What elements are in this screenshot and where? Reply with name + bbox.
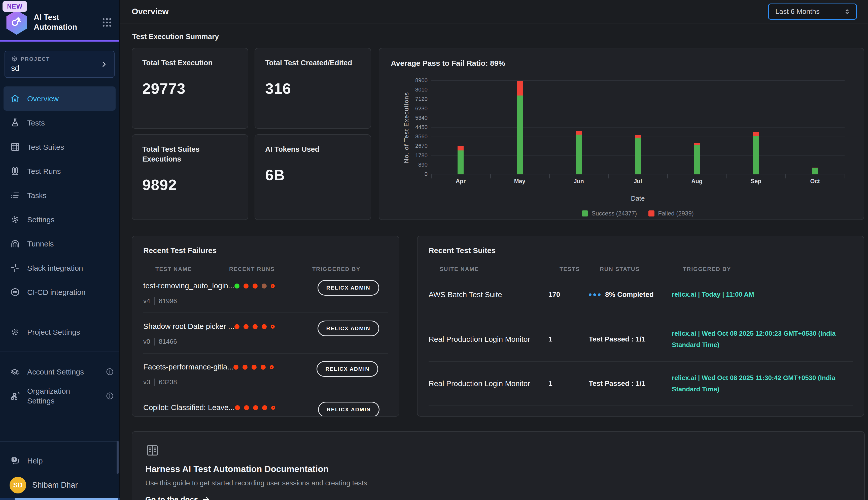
run-dot-current[interactable] [271,284,275,288]
sidebar-item-tests[interactable]: Tests [0,111,119,135]
app-logo [5,10,28,35]
test-name[interactable]: Shadow root Date picker ... [143,322,234,331]
sidebar-item-tunnels[interactable]: Tunnels [0,231,119,256]
x-tick-label: Jul [634,178,642,185]
arrow-right-icon [202,495,210,500]
sidebar-item-label: Test Suites [27,142,64,152]
y-tick-label: 0 [395,171,427,178]
pass-fail-chart-card: Average Pass to Fail Ratio: 89% No. of T… [379,48,864,220]
date-range-select[interactable]: Last 6 Months [768,3,857,20]
stat-card-title: Total Test Execution [142,58,238,68]
run-dot-success[interactable] [234,284,239,288]
run-dot-current[interactable] [271,325,275,329]
bar-segment-success [576,135,582,174]
suite-name[interactable]: AWS Batch Test Suite [429,290,549,299]
sidebar-horizontal-scrollbar-thumb[interactable] [15,498,118,500]
y-tick-label: 5340 [395,115,427,121]
run-dot-failed[interactable] [244,405,249,410]
stat-card-total-test-execution: Total Test Execution29773 [132,48,248,129]
run-dot-failed[interactable] [253,324,258,329]
triggered-by-button[interactable]: RELICX ADMIN [318,280,379,296]
sidebar-item-test-suites[interactable]: Test Suites [0,135,119,159]
chevrons-updown-icon [843,8,851,16]
sidebar-item-label: Account Settings [27,367,84,377]
recent-runs-dots [234,324,318,329]
run-dot-failed[interactable] [234,324,239,329]
meta-divider [154,297,155,305]
columns-icon [10,166,20,176]
test-name[interactable]: test-removing_auto_login... [143,282,234,290]
sidebar-item-settings[interactable]: Settings [0,207,119,231]
sidebar-item-help[interactable]: Help [0,448,119,473]
test-meta: v081466 [143,338,234,345]
sidebar-item-tasks[interactable]: Tasks [0,183,119,207]
sidebar-item-ci-cd-integration[interactable]: CI-CD integration [0,280,119,304]
suite-triggered-by[interactable]: relicx.ai | Wed Oct 08 2025 12:00:23 GMT… [672,328,853,351]
run-dot-failed[interactable] [235,405,240,410]
run-dot-failed[interactable] [244,284,248,288]
y-tick-label: 3560 [395,133,427,140]
main-area: Overview Last 6 Months Test Execution Su… [120,0,868,500]
info-icon[interactable] [106,367,114,376]
triggered-by-button[interactable]: RELICX ADMIN [318,402,380,417]
sidebar-item-overview[interactable]: Overview [3,87,116,111]
user-row[interactable]: SD Shibam Dhar [0,473,119,500]
suite-triggered-by[interactable]: relicx.ai | Wed Oct 08 2025 11:30:42 GMT… [672,372,853,395]
run-dot-failed[interactable] [251,365,257,370]
run-dot-current[interactable] [270,365,274,369]
test-run-id: 81996 [159,297,177,305]
sidebar-item-label: Tests [27,118,45,128]
table-row: Copilot: Classified: Leave...v663129RELI… [143,394,388,417]
suite-name[interactable]: Real Production Login Monitor [429,335,549,343]
triggered-by-button[interactable]: RELICX ADMIN [317,361,378,377]
x-tick-mark [845,174,845,179]
test-name[interactable]: Copilot: Classified: Leave... [143,403,235,412]
sidebar-item-organization-settings[interactable]: Organization Settings [0,384,119,408]
run-dot-failed[interactable] [253,284,258,288]
test-name-cell: Shadow root Date picker ...v081466 [143,322,234,345]
new-badge: NEW [2,1,27,12]
run-dot-failed[interactable] [233,365,238,370]
bar-segment-failed [753,132,759,136]
suite-name[interactable]: Real Production Login Monitor [429,379,549,388]
triggered-by-button[interactable]: RELICX ADMIN [318,320,379,336]
content: Test Execution Summary Total Test Execut… [120,23,868,500]
table-row: test-removing_auto_login...v481996RELICX… [143,272,388,312]
suite-run-status: Test Passed : 1/1 [589,379,672,388]
suite-status-text: Test Passed : 1/1 [589,335,645,343]
run-dot-failed[interactable] [261,365,266,370]
stat-cards: Total Test Execution29773Total Test Crea… [132,48,371,220]
run-dot-aborted[interactable] [262,284,267,288]
sidebar: NEW AI Test Automation PROJECT sd O [0,0,120,500]
sidebar-item-test-runs[interactable]: Test Runs [0,159,119,183]
test-name[interactable]: Facets-performance-gitla... [143,363,233,371]
legend-label: Success (24377) [591,210,637,217]
run-dot-failed[interactable] [253,405,258,410]
run-dot-failed[interactable] [243,365,247,370]
sidebar-vertical-scrollbar[interactable] [117,441,119,474]
bar-jul [635,81,641,174]
x-tick-label: Sep [751,178,761,185]
y-tick-label: 890 [395,161,427,168]
suite-triggered-by[interactable]: relicx.ai | Wed Oct 08 2025 11:00:44 GMT… [672,417,853,417]
go-to-docs-link[interactable]: Go to the docs [145,495,210,500]
run-dot-current[interactable] [271,406,275,410]
sidebar-item-project-settings[interactable]: Project Settings [0,320,119,344]
run-dot-failed[interactable] [244,324,248,329]
test-meta: v363238 [143,378,233,386]
app-switcher-icon[interactable] [101,16,113,28]
sidebar-item-account-settings[interactable]: Account Settings [0,360,119,384]
run-dot-failed[interactable] [262,405,267,410]
bar-oct [812,81,818,174]
suite-triggered-by[interactable]: relicx.ai | Today | 11:00 AM [672,289,853,300]
run-dot-failed[interactable] [262,324,267,329]
suite-tests-count: 1 [549,379,589,388]
flask-icon [10,118,20,128]
project-label: PROJECT [21,56,50,62]
section-title: Test Execution Summary [132,33,864,41]
sidebar-item-slack-integration[interactable]: Slack integration [0,256,119,280]
project-selector[interactable]: PROJECT sd [4,51,115,78]
bar-segment-success [458,150,464,174]
bar-segment-failed [458,146,464,150]
info-icon[interactable] [106,391,114,400]
